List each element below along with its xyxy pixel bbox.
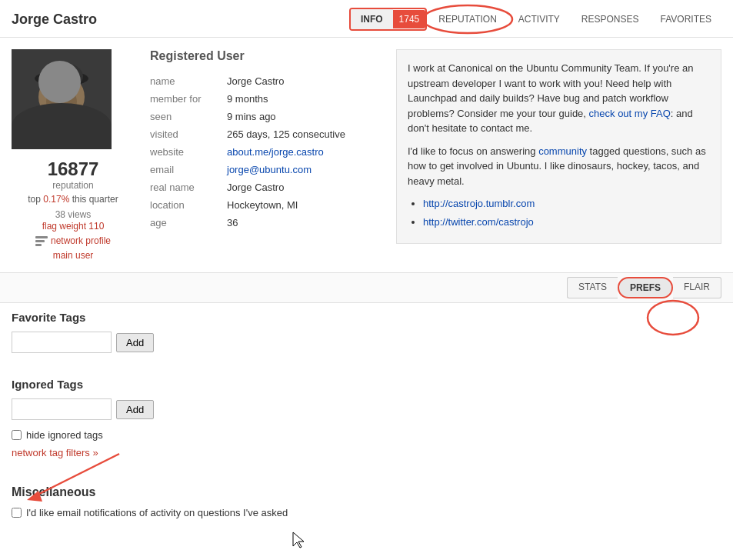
field-email: email jorge@ubuntu.com (150, 161, 381, 178)
reputation-box: 16877 reputation top 0.17% this quarter … (12, 158, 135, 261)
top-percent-text: top 0.17% this quarter (12, 194, 135, 205)
field-name: name Jorge Castro (150, 72, 381, 90)
email-link[interactable]: jorge@ubuntu.com (227, 164, 312, 175)
info-count: 1745 (393, 10, 426, 28)
email-notifications-row: I'd like email notifications of activity… (12, 507, 721, 518)
network-profile-row: network profile (12, 235, 135, 247)
main-content: 16877 reputation top 0.17% this quarter … (0, 38, 733, 272)
field-label: member for (150, 90, 227, 108)
svg-point-4 (40, 62, 83, 90)
field-label: real name (150, 178, 227, 196)
network-tag-filters-link[interactable]: network tag filters » (12, 447, 98, 458)
field-member-for: member for 9 months (150, 90, 381, 108)
field-value: 265 days, 125 consecutive (227, 125, 381, 143)
favorite-tags-input-row: Add (12, 332, 721, 353)
field-value: 36 (227, 214, 381, 232)
tab-responses[interactable]: RESPONSES (571, 9, 649, 29)
favorite-tags-input[interactable] (12, 332, 112, 353)
field-value: Jorge Castro (227, 72, 381, 90)
stack-bar-2 (35, 240, 45, 242)
field-website: website about.me/jorge.castro (150, 143, 381, 161)
svg-point-5 (46, 88, 77, 115)
avatar-svg (12, 49, 112, 149)
bio-paragraph-2: I'd like to focus on answering community… (408, 144, 710, 189)
reputation-label: reputation (12, 180, 135, 191)
hide-ignored-tags-checkbox[interactable] (12, 430, 22, 440)
ignored-tags-section: Ignored Tags Add hide ignored tags netwo… (0, 370, 733, 478)
favorite-tags-section: Favorite Tags Add (0, 303, 733, 370)
ignored-tags-input[interactable] (12, 398, 112, 420)
ignored-tags-input-row: Add (12, 398, 721, 420)
top-label: top (28, 194, 41, 205)
bio-link-item: http://castrojo.tumblr.com (423, 196, 710, 212)
tab-activity[interactable]: ACTIVITY (508, 9, 570, 29)
favorite-tags-title: Favorite Tags (12, 311, 721, 324)
svg-rect-6 (50, 117, 55, 128)
prefs-tab-section: STATS PREFS FLAIR (0, 272, 733, 303)
stack-exchange-icon (35, 235, 48, 247)
avatar (12, 49, 112, 149)
field-visited: visited 265 days, 125 consecutive (150, 125, 381, 143)
website-link[interactable]: about.me/jorge.castro (227, 146, 324, 158)
miscellaneous-title: Miscellaneous (12, 485, 721, 499)
top-percent-value[interactable]: 0.17% (43, 194, 69, 205)
field-label: email (150, 161, 227, 178)
stack-bar-1 (35, 236, 48, 238)
favorite-tags-add-button[interactable]: Add (116, 333, 154, 352)
info-tab-wrap: INFO 1745 (349, 8, 427, 31)
field-label: seen (150, 108, 227, 125)
avatar-image (12, 49, 112, 149)
miscellaneous-section: Miscellaneous I'd like email notificatio… (0, 478, 733, 540)
right-column: I work at Canonical on the Ubuntu Commun… (396, 49, 721, 261)
community-link[interactable]: community (538, 145, 587, 157)
prefs-tabs: STATS PREFS FLAIR (567, 277, 721, 298)
user-name: Jorge Castro (12, 12, 97, 28)
tumblr-link[interactable]: http://castrojo.tumblr.com (423, 198, 535, 209)
field-location: location Hockeytown, MI (150, 196, 381, 214)
tab-flair[interactable]: FLAIR (673, 277, 721, 298)
field-label: website (150, 143, 227, 161)
field-value-seen: 9 mins ago (227, 108, 381, 125)
main-user-link[interactable]: main user (12, 250, 135, 261)
field-age: age 36 (150, 214, 381, 232)
bio-box: I work at Canonical on the Ubuntu Commun… (396, 49, 721, 244)
ignored-tags-add-button[interactable]: Add (116, 400, 154, 419)
field-value-website: about.me/jorge.castro (227, 143, 381, 161)
field-label: name (150, 72, 227, 90)
tab-info[interactable]: INFO (351, 9, 393, 29)
quarter-label: this quarter (72, 194, 118, 205)
tab-stats[interactable]: STATS (567, 277, 618, 298)
svg-point-2 (38, 74, 85, 120)
email-notifications-label: I'd like email notifications of activity… (26, 507, 288, 518)
views-count: 38 views (12, 209, 135, 220)
ignored-tags-title: Ignored Tags (12, 378, 721, 391)
tab-favorites[interactable]: FAVORITES (651, 9, 721, 29)
bio-link-item: http://twitter.com/castrojo (423, 215, 710, 230)
middle-column: Registered User name Jorge Castro member… (150, 49, 381, 261)
tab-prefs[interactable]: PREFS (618, 277, 673, 298)
field-value: 9 months (227, 90, 381, 108)
field-value-email: jorge@ubuntu.com (227, 161, 381, 178)
header: Jorge Castro INFO 1745 REPUTATION ACTIVI… (0, 0, 733, 38)
faq-link[interactable]: check out my FAQ (589, 108, 671, 119)
tab-reputation[interactable]: REPUTATION (428, 9, 507, 29)
email-notifications-checkbox[interactable] (12, 508, 22, 518)
flag-weight-link[interactable]: flag weight 110 (42, 221, 105, 232)
hide-ignored-tags-label: hide ignored tags (26, 429, 103, 441)
bio-paragraph-1: I work at Canonical on the Ubuntu Commun… (408, 61, 710, 136)
field-seen: seen 9 mins ago (150, 108, 381, 125)
svg-point-1 (22, 108, 102, 149)
left-column: 16877 reputation top 0.17% this quarter … (12, 49, 135, 261)
hide-ignored-tags-row: hide ignored tags (12, 429, 721, 441)
field-real-name: real name Jorge Castro (150, 178, 381, 196)
field-value: Hockeytown, MI (227, 196, 381, 214)
svg-rect-0 (12, 49, 112, 149)
tab-bar: INFO 1745 REPUTATION ACTIVITY RESPONSES … (349, 8, 721, 31)
twitter-link[interactable]: http://twitter.com/castrojo (423, 216, 534, 228)
field-label: location (150, 196, 227, 214)
profile-table: name Jorge Castro member for 9 months se… (150, 72, 381, 232)
bio-links-list: http://castrojo.tumblr.com http://twitte… (408, 196, 710, 229)
field-label: visited (150, 125, 227, 143)
network-profile-link[interactable]: network profile (51, 235, 111, 246)
stack-bar-3 (35, 244, 42, 246)
